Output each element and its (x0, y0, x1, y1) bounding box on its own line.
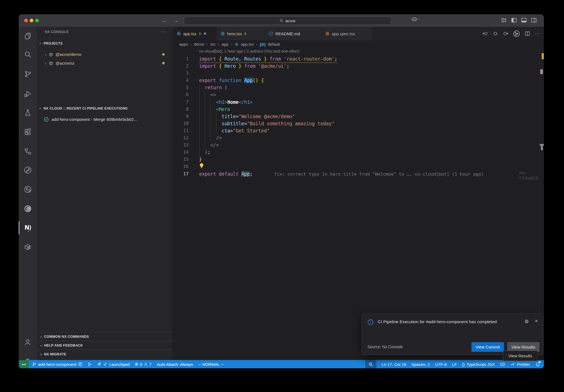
close-tab-icon[interactable]: × (204, 31, 207, 37)
lightbulb-icon[interactable] (199, 163, 204, 170)
sidebar-nx-console: NX CONSOLE ··· › PROJECTS › @acme/demo ›… (37, 27, 173, 360)
go-forward-icon[interactable] (503, 31, 508, 36)
sidebar-title: NX CONSOLE (45, 30, 161, 34)
tab-hero-tsx[interactable]: hero.tsx 4 (217, 27, 265, 40)
run-debug-icon[interactable] (19, 87, 37, 100)
navigate-back-button[interactable]: ← (162, 18, 167, 24)
section-common-nx-commands[interactable]: › COMMON NX COMMANDS (37, 332, 172, 341)
problems-badge: 4 (244, 32, 246, 36)
code-line: return ( (199, 84, 484, 91)
code-line (199, 70, 484, 77)
run-pipeline-icon[interactable] (513, 30, 520, 37)
code-line: } (199, 156, 484, 163)
git-branch-status[interactable]: add-hero-component (32, 362, 82, 367)
command-center-search[interactable]: acme (184, 17, 391, 25)
pipeline-execution-item[interactable]: add-hero-component - Merge 409b44e5cb02.… (37, 115, 172, 124)
language-status[interactable]: {} TypeScript JSX (462, 362, 495, 367)
editor-more-actions-icon[interactable]: ··· (535, 31, 540, 36)
notification-source: Source: Nx Console (367, 345, 403, 349)
notification-close-icon[interactable]: × (535, 318, 538, 324)
zoom-window-button[interactable] (35, 19, 39, 22)
chevron-collapsed-icon: › (45, 52, 46, 57)
search-icon (280, 19, 283, 23)
source-control-graph-status[interactable] (88, 362, 92, 366)
auto-attach-status[interactable]: Auto Attach: Always (157, 362, 193, 367)
projects-section-header[interactable]: › PROJECTS (40, 41, 63, 46)
toggle-primary-sidebar-icon[interactable] (511, 17, 517, 23)
breadcrumb-apps[interactable]: apps (179, 42, 188, 47)
search-value: acme (285, 18, 295, 23)
navigate-forward-button[interactable]: → (173, 18, 178, 24)
react-icon (177, 31, 181, 36)
edge-browser-icon[interactable] (19, 202, 37, 215)
encoding-status[interactable]: UTF-8 (435, 362, 447, 367)
ruler-info-mark (540, 69, 543, 74)
cursor-position-status[interactable]: Ln 17, Col 19 (382, 362, 406, 367)
close-window-button[interactable] (24, 19, 28, 22)
account-menu[interactable]: › (411, 17, 419, 21)
warning-icon: ⚠ (144, 362, 147, 367)
launchpad-status[interactable]: Launchpad (97, 362, 129, 367)
indentation-status[interactable]: Spaces: 2 (411, 362, 430, 367)
vim-mode-status[interactable]: -- NORMAL -- (198, 362, 224, 367)
source-control-icon[interactable] (19, 67, 37, 81)
indent-guide (199, 84, 200, 163)
copilot-status[interactable] (500, 362, 505, 366)
toggle-panel-icon[interactable] (521, 17, 527, 23)
search-view-icon[interactable] (19, 48, 37, 61)
chevron-collapsed-icon: › (40, 334, 42, 339)
tab-app-spec-tsx[interactable]: app.spec.tsx (321, 27, 372, 40)
breadcrumb-symbol-default[interactable]: default (268, 42, 280, 47)
eol-status[interactable]: LF (452, 362, 457, 367)
breadcrumb-src[interactable]: src (210, 42, 215, 47)
package-icon (49, 52, 53, 57)
view-commit-button[interactable]: View Commit (471, 342, 504, 352)
git-branch-icon (32, 362, 36, 366)
tab-readme-md[interactable]: README.md (265, 27, 321, 40)
toggle-secondary-sidebar-icon[interactable] (531, 17, 537, 23)
project-item-acme-demo[interactable]: › @acme/demo (37, 50, 172, 59)
nx-cloud-section-header[interactable]: › NX CLOUD :: RECENT CI PIPELINE EXECUTI… (40, 106, 128, 111)
go-back-icon[interactable] (482, 31, 488, 36)
explorer-icon[interactable] (19, 29, 37, 43)
breadcrumb-file[interactable]: app.tsx (241, 42, 254, 47)
notifications-bell[interactable] (535, 362, 540, 367)
section-help-and-feedback[interactable]: › HELP AND FEEDBACK (37, 341, 172, 350)
customize-layout-icon[interactable] (501, 17, 507, 23)
indent-guide (216, 113, 216, 134)
publish-changes-icon (78, 362, 82, 366)
extensions-icon[interactable] (19, 125, 37, 138)
code-line: import { Hero } from '@acme/ui'; (199, 62, 484, 70)
git-blame-header[interactable]: nx-cloud[bot], 1 hour ago | 2 authors (Y… (199, 49, 299, 53)
code-line: <> (199, 91, 484, 98)
copilot-icon (411, 17, 417, 21)
breadcrumb-demo[interactable]: demo (194, 42, 204, 47)
view-results-tooltip: View Results (503, 351, 538, 361)
more-actions-icon[interactable]: ··· (161, 29, 166, 35)
testing-icon[interactable] (19, 106, 37, 119)
zoom-indicator[interactable] (365, 360, 376, 368)
code-line: ); (199, 149, 484, 156)
account-icon[interactable] (19, 335, 37, 349)
project-hierarchy-icon[interactable] (19, 145, 37, 158)
formatter-status[interactable]: ✓✓ Prettier (511, 362, 530, 367)
chevron-expanded-icon: › (38, 43, 43, 44)
view-results-button[interactable]: View Results (507, 342, 539, 352)
tab-app-tsx[interactable]: app.tsx 3 × (173, 27, 217, 40)
minimize-window-button[interactable] (30, 19, 33, 22)
indent-guide (205, 91, 205, 149)
remote-indicator[interactable]: >< (19, 360, 29, 368)
current-change-icon[interactable] (493, 31, 498, 36)
titlebar: ← → acme › (19, 14, 544, 27)
container-icon[interactable] (19, 240, 37, 254)
notification-settings-icon[interactable]: ⚙ (524, 318, 529, 324)
nx-console-icon[interactable]: N⟩_ (19, 221, 37, 234)
code-lines: import { Route, Routes } from 'react-rou… (199, 55, 484, 178)
split-editor-icon[interactable] (525, 31, 530, 36)
problems-status[interactable]: ⊗ 0 ⚠ 7 (135, 362, 152, 367)
pipeline-search-icon[interactable] (19, 183, 37, 196)
project-item-acme-ui[interactable]: › @acme/ui (37, 59, 172, 67)
breadcrumb-app[interactable]: app (222, 42, 228, 47)
pipeline-graph-icon[interactable] (19, 164, 37, 177)
section-nx-migrate[interactable]: › NX MIGRATE (37, 350, 172, 358)
